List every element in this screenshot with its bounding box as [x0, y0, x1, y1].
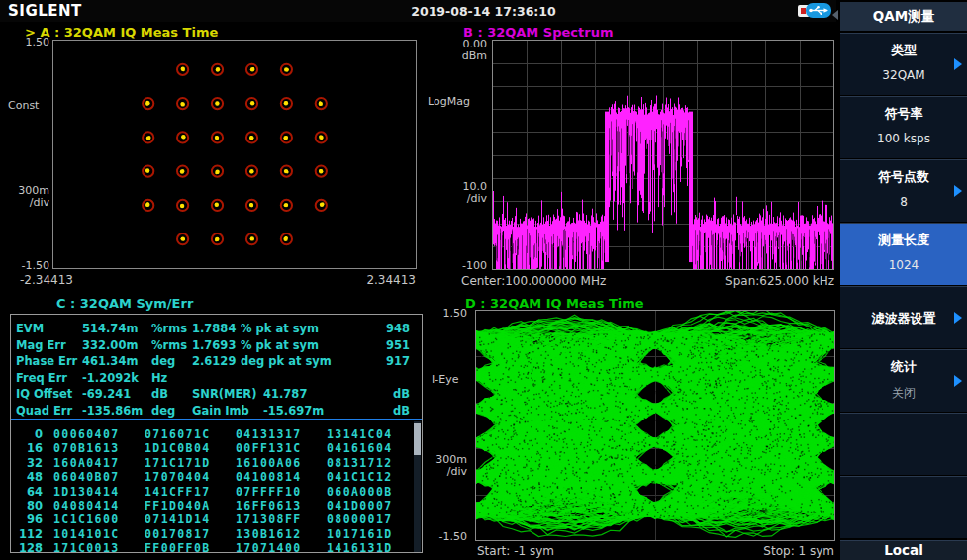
scrollbar-thumb[interactable] [414, 423, 421, 455]
hex-group: 171C0013 [53, 541, 120, 555]
hex-addr: 48 [13, 470, 43, 484]
err-cell: -15.697m [263, 404, 324, 418]
hex-group: 08000017 [327, 513, 393, 526]
hex-group: 1416131D [327, 541, 393, 555]
hex-group: 16100A06 [236, 456, 302, 470]
plot-a-ymin: -1.50 [10, 259, 49, 272]
plot-d-stop: Stop: 1 sym [693, 544, 834, 558]
hex-group: 1D1C0B04 [145, 441, 211, 455]
err-cell: % pk at sym [241, 322, 319, 335]
err-cell: -1.2092k [82, 371, 139, 385]
err-cell: 951 [386, 338, 410, 352]
top-status-bar: SIGLENT 2019-08-14 17:36:10 [0, 0, 836, 22]
softkey-menu: QAM测量 类型32QAM符号率100 ksps符号点数8测量长度1024滤波器… [836, 0, 967, 560]
hex-group: 07FFFF10 [236, 485, 302, 499]
hex-group: 1017161D [327, 527, 393, 541]
hex-group: 16FF0613 [236, 499, 302, 513]
plot-d-ymax: 1.50 [434, 307, 467, 320]
hex-group: 130B1612 [236, 527, 302, 541]
plot-b-trace-label: LogMag [428, 95, 470, 108]
panel-c-title-text: C : 32QAM Sym/Err [56, 296, 193, 311]
hex-addr: 80 [13, 499, 43, 513]
panel-a-title: > A : 32QAM IQ Meas Time [25, 25, 218, 40]
hex-group: 07141D14 [145, 513, 211, 526]
hex-group: 00060407 [53, 427, 120, 441]
eye-diagram-plot[interactable] [475, 310, 835, 541]
eye-diagram-trace [476, 311, 834, 540]
hex-group: 17071400 [236, 541, 302, 555]
err-cell: 917 [386, 354, 410, 368]
hex-addr: 0 [13, 427, 43, 441]
softkey-label: 滤波器设置 [840, 310, 967, 327]
softkey-类型[interactable]: 类型32QAM [840, 33, 967, 95]
plot-b-scale-unit: /div [447, 192, 487, 205]
table-divider [11, 419, 422, 420]
hex-row: 8004080414FF1D040A16FF0613041D0007 [11, 499, 422, 513]
err-cell: Hz [151, 371, 167, 385]
menu-back-arrow-icon[interactable] [832, 10, 838, 20]
hex-addr: 128 [13, 541, 43, 555]
plot-b-ymin: -100 [447, 259, 487, 272]
plot-a-ymax: 1.50 [10, 36, 49, 48]
plot-b-span: Span:625.000 kHz [693, 274, 834, 288]
err-cell: -69.241 [82, 387, 131, 401]
plot-d-start: Start: -1 sym [477, 544, 554, 558]
hex-group: 171308FF [236, 513, 302, 526]
err-cell: 948 [386, 322, 410, 335]
err-cell: 2.6129 [192, 354, 236, 368]
plot-d-ymin: -1.50 [434, 530, 467, 543]
plot-b-center-freq: Center:100.000000 MHz [461, 274, 606, 288]
softkey-测量长度[interactable]: 测量长度1024 [840, 223, 967, 285]
hex-addr: 96 [13, 513, 43, 526]
hex-group: 00170817 [145, 527, 211, 541]
err-cell: Quad Err [16, 404, 72, 418]
softkey-滤波器设置[interactable]: 滤波器设置 [840, 286, 967, 348]
err-row: EVM514.74m%rms1.7884% pk at sym948 [11, 322, 422, 338]
hex-row: 961C1C160007141D14171308FF08000017 [11, 513, 422, 527]
hex-row: 1121014101C00170817130B16121017161D [11, 527, 422, 542]
softkey-符号点数[interactable]: 符号点数8 [840, 159, 967, 222]
constellation-plot[interactable] [52, 40, 417, 269]
softkey-label: 测量长度 [840, 232, 967, 249]
err-cell: -135.86m [82, 404, 143, 418]
hex-group: 1D130414 [53, 485, 120, 499]
err-cell: Phase Err [16, 354, 77, 368]
submenu-arrow-icon [954, 312, 962, 324]
spectrum-plot[interactable] [492, 40, 834, 270]
hex-addr: 64 [13, 485, 43, 499]
hex-group: 041C1C12 [327, 470, 393, 484]
err-cell: dB [393, 404, 410, 418]
hex-group: 04100814 [236, 470, 302, 484]
panel-c-title: C : 32QAM Sym/Err [56, 296, 193, 311]
plot-a-xmin: -2.34413 [20, 273, 73, 287]
hex-group: 160A0417 [53, 456, 120, 470]
hex-group: 00FF131C [236, 441, 302, 455]
symerr-table[interactable]: EVM514.74m%rms1.7884% pk at sym948Mag Er… [10, 314, 423, 553]
usb-glyph [806, 3, 831, 18]
err-row: Mag Err332.00m%rms1.7693% pk at sym951 [11, 338, 422, 355]
plot-d-trace-label: I-Eye [432, 373, 458, 386]
softkey-统计[interactable]: 统计关闭 [840, 349, 967, 412]
softkey-label: 符号率 [840, 105, 967, 123]
hex-group: 13141C04 [327, 427, 393, 441]
err-cell: deg pk at sym [241, 354, 332, 368]
err-cell: 1.7884 [192, 322, 236, 335]
err-cell: 461.34m [82, 354, 138, 368]
err-cell: Gain Imb [192, 404, 249, 418]
err-cell: 1.7693 [192, 338, 236, 352]
spectrum-trace [493, 41, 833, 269]
submenu-arrow-icon [954, 375, 962, 387]
softkey-label: 统计 [840, 358, 967, 376]
plot-a-trace-label: Const [8, 99, 39, 112]
hex-group: 060A000B [327, 485, 393, 499]
local-button[interactable]: Local [840, 540, 967, 560]
softkey-value: 8 [840, 195, 967, 209]
hex-group: FF00FF0B [145, 541, 211, 555]
softkey-value: 1024 [840, 258, 967, 272]
softkey-符号率[interactable]: 符号率100 ksps [840, 96, 967, 158]
hex-group: FF1D040A [145, 499, 211, 513]
hex-group: 171C171D [145, 456, 211, 470]
hex-row: 0000604070716071C0413131713141C04 [11, 427, 422, 442]
err-cell: EVM [16, 322, 44, 335]
err-cell: %rms [151, 322, 187, 335]
